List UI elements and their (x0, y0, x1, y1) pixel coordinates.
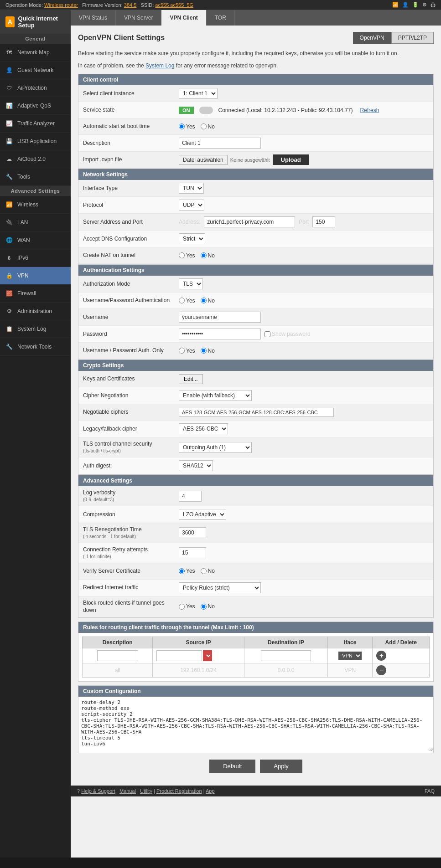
sidebar-item-vpn[interactable]: 🔒 VPN (0, 267, 71, 285)
compression-select[interactable]: LZO Adaptive (179, 509, 226, 520)
sidebar-item-traffic-analyzer[interactable]: 📈 Traffic Analyzer (0, 115, 71, 133)
create-nat-yes-radio[interactable] (179, 252, 185, 258)
tls-control-select[interactable]: Outgoing Auth (1) (179, 442, 252, 453)
cipher-neg-select[interactable]: Enable (with fallback) (179, 390, 252, 401)
verify-server-row: Verify Server Certificate Yes No (78, 563, 433, 580)
connection-retry-input[interactable] (179, 547, 206, 558)
sidebar-item-system-log[interactable]: 📋 System Log (0, 320, 71, 338)
file-select-button[interactable]: Datei auswählen (179, 155, 228, 165)
tab-tor[interactable]: TOR (207, 10, 235, 26)
routing-source-select[interactable]: ▼ (203, 650, 212, 661)
refresh-link[interactable]: Refresh (360, 107, 379, 113)
sidebar-item-adaptive-qos[interactable]: 📊 Adaptive QoS (0, 97, 71, 115)
auto-start-no-radio[interactable] (201, 123, 207, 129)
port-input[interactable] (312, 216, 335, 227)
block-routed-yes-label[interactable]: Yes (179, 603, 195, 610)
sidebar-item-lan[interactable]: 🔌 LAN (0, 214, 71, 231)
product-registration-link[interactable]: Product Registration (156, 788, 202, 794)
description-input[interactable] (179, 138, 261, 149)
server-address-input[interactable] (204, 216, 295, 227)
create-nat-no-radio[interactable] (201, 252, 207, 258)
sidebar-item-aicloud[interactable]: ☁ AiCloud 2.0 (0, 150, 71, 168)
user-pass-no-radio[interactable] (201, 298, 207, 303)
password-input[interactable] (179, 329, 261, 339)
sidebar-item-wan[interactable]: 🌐 WAN (0, 231, 71, 249)
sidebar-header[interactable]: A Quick Internet Setup (0, 10, 71, 34)
auto-start-yes-radio[interactable] (179, 123, 185, 129)
protocol-select[interactable]: UDP (179, 200, 204, 211)
verify-server-yes-label[interactable]: Yes (179, 568, 195, 574)
user-pass-only-yes-label[interactable]: Yes (179, 348, 195, 354)
user-pass-only-no-label[interactable]: No (201, 348, 215, 354)
user-pass-no-label[interactable]: No (201, 298, 215, 304)
auth-digest-select[interactable]: SHA512 (179, 460, 213, 471)
sidebar-item-administration[interactable]: ⚙ Administration (0, 303, 71, 320)
ssid-value[interactable]: ac555 ac555_5G (155, 2, 193, 8)
routing-dest-input[interactable] (261, 650, 311, 661)
col-description: Description (83, 637, 153, 648)
create-nat-no-label[interactable]: No (201, 252, 215, 259)
create-nat-row: Create NAT on tunnel Yes No (78, 247, 433, 264)
sidebar-item-wireless[interactable]: 📶 Wireless (0, 196, 71, 214)
app-link[interactable]: App (206, 788, 215, 794)
power-icon[interactable]: ⏻ (431, 2, 436, 8)
create-nat-yes-label[interactable]: Yes (179, 252, 195, 259)
col-destination-ip: Destination IP (244, 637, 327, 648)
accept-dns-select[interactable]: Strict (179, 233, 205, 244)
interface-type-select[interactable]: TUN (179, 183, 204, 194)
user-pass-yes-radio[interactable] (179, 298, 185, 303)
user-pass-only-no-radio[interactable] (201, 348, 207, 354)
edit-keys-button[interactable]: Edit... (179, 374, 203, 384)
show-password-checkbox[interactable] (265, 331, 270, 337)
sidebar-item-tools[interactable]: 🔧 Tools (0, 168, 71, 186)
block-routed-no-label[interactable]: No (201, 603, 215, 610)
toggle-slider[interactable] (199, 107, 213, 114)
operation-mode-value[interactable]: Wireless router (44, 2, 78, 8)
routing-desc-input[interactable] (97, 650, 138, 661)
sidebar-item-aiprotection[interactable]: 🛡 AiProtection (0, 79, 71, 97)
remove-rule-button[interactable]: − (376, 665, 386, 675)
verify-server-yes-radio[interactable] (179, 568, 185, 574)
tab-vpn-status[interactable]: VPN Status (71, 10, 116, 26)
sidebar-item-network-tools[interactable]: 🔧 Network Tools (0, 338, 71, 356)
apply-button[interactable]: Apply (260, 760, 302, 773)
tls-renegotiation-input[interactable] (179, 527, 206, 538)
tab-vpn-server[interactable]: VPN Server (116, 10, 161, 26)
verify-server-no-radio[interactable] (201, 568, 207, 574)
openvpn-mode-button[interactable]: OpenVPN (353, 32, 391, 44)
sidebar-item-ipv6[interactable]: 6 IPv6 (0, 249, 71, 267)
verify-server-no-label[interactable]: No (201, 568, 215, 574)
show-password-label[interactable]: Show password (265, 331, 311, 337)
settings-icon[interactable]: ⚙ (422, 2, 427, 8)
auth-mode-select[interactable]: TLS (179, 278, 203, 289)
utility-link[interactable]: Utility (140, 788, 152, 794)
routing-iface-select[interactable]: VPN (338, 652, 362, 660)
auto-start-yes-label[interactable]: Yes (179, 123, 195, 130)
routing-source-input[interactable] (156, 650, 202, 661)
default-button[interactable]: Default (209, 760, 255, 773)
upload-button[interactable]: Upload (273, 154, 309, 165)
manual-link[interactable]: Manual (119, 788, 136, 794)
sidebar-item-network-map[interactable]: 🗺 Network Map (0, 44, 71, 62)
system-log-link[interactable]: System Log (145, 62, 174, 69)
help-support-link[interactable]: Help & Support (81, 788, 115, 794)
username-input[interactable] (179, 312, 261, 323)
pptp-mode-button[interactable]: PPTP/L2TP (391, 32, 434, 44)
user-pass-only-yes-radio[interactable] (179, 348, 185, 354)
sidebar-item-firewall[interactable]: 🧱 Firewall (0, 285, 71, 303)
block-routed-no-radio[interactable] (201, 604, 207, 610)
firmware-value[interactable]: 384.5 (124, 2, 137, 8)
select-instance-dropdown[interactable]: 1: Client 1 (179, 88, 218, 99)
legacy-cipher-select[interactable]: AES-256-CBC (179, 423, 228, 434)
add-rule-button[interactable]: + (376, 651, 386, 661)
tab-vpn-client[interactable]: VPN Client (161, 10, 206, 26)
custom-config-textarea[interactable]: route-delay 2 route-method exe script-se… (78, 697, 433, 751)
user-pass-yes-label[interactable]: Yes (179, 298, 195, 304)
redirect-internet-select[interactable]: Policy Rules (strict) (179, 582, 261, 593)
block-routed-yes-radio[interactable] (179, 604, 185, 610)
log-verbosity-input[interactable] (179, 491, 202, 502)
negotiable-ciphers-control: AES-128-GCM:AES-256-GCM:AES-128-CBC:AES-… (179, 408, 429, 417)
sidebar-item-guest-network[interactable]: 👤 Guest Network (0, 62, 71, 79)
auto-start-no-label[interactable]: No (201, 123, 215, 130)
sidebar-item-usb-application[interactable]: 💾 USB Application (0, 133, 71, 150)
